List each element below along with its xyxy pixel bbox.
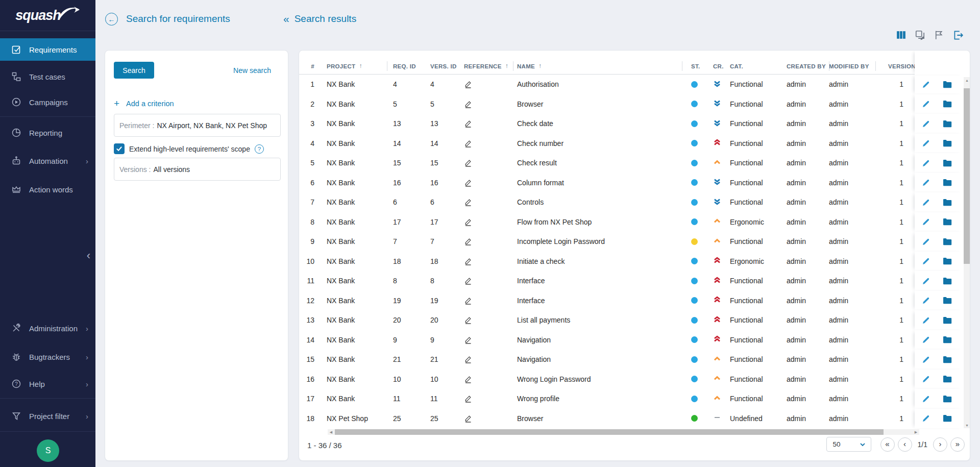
table-row[interactable]: 18 NX Pet Shop 25 25 Browser Undefined a…	[299, 409, 970, 429]
scroll-left-icon[interactable]: ◀	[328, 429, 334, 435]
col-header-num[interactable]: #	[299, 51, 323, 75]
table-row[interactable]: 1 NX Bank 4 4 Authorisation Functional a…	[299, 75, 970, 94]
edit-reference-icon[interactable]	[464, 159, 472, 167]
sidebar-item-requirements[interactable]: Requirements	[0, 38, 95, 61]
col-header-vers-id[interactable]: VERS. ID	[426, 51, 462, 75]
table-row[interactable]: 16 NX Bank 10 10 Wrong Login Password Fu…	[299, 370, 970, 389]
horizontal-scrollbar[interactable]: ◀ ▶	[328, 429, 919, 435]
table-row[interactable]: 11 NX Bank 8 8 Interface Functional admi…	[299, 271, 970, 291]
open-folder-button[interactable]	[943, 395, 952, 403]
table-row[interactable]: 13 NX Bank 20 20 List all payments Funct…	[299, 310, 970, 330]
page-size-select[interactable]: 50	[826, 437, 871, 452]
col-header-criticality[interactable]: CR.	[713, 51, 730, 75]
first-page-button[interactable]: «	[880, 437, 895, 452]
table-row[interactable]: 15 NX Bank 21 21 Navigation Functional a…	[299, 350, 970, 370]
open-folder-button[interactable]	[943, 316, 952, 324]
add-criterion-button[interactable]: + Add a criterion	[114, 99, 280, 108]
edit-row-button[interactable]	[922, 100, 930, 108]
table-row[interactable]: 8 NX Bank 17 17 Flow from NX Pet Shop Er…	[299, 212, 970, 232]
table-row[interactable]: 14 NX Bank 9 9 Navigation Functional adm…	[299, 330, 970, 350]
vertical-scrollbar-thumb[interactable]	[964, 88, 970, 264]
edit-row-button[interactable]	[922, 296, 930, 305]
col-header-name[interactable]: NAME↑	[513, 51, 682, 75]
table-row[interactable]: 6 NX Bank 16 16 Column format Functional…	[299, 173, 970, 193]
open-folder-button[interactable]	[943, 100, 952, 108]
sidebar-item-automation[interactable]: Automation ›	[0, 150, 95, 172]
open-folder-button[interactable]	[943, 238, 952, 245]
edit-reference-icon[interactable]	[464, 198, 472, 206]
table-row[interactable]: 12 NX Bank 19 19 Interface Functional ad…	[299, 291, 970, 311]
edit-reference-icon[interactable]	[464, 316, 472, 324]
sidebar-item-action-words[interactable]: Action words	[0, 178, 95, 201]
edit-reference-icon[interactable]	[464, 218, 472, 226]
open-folder-button[interactable]	[943, 375, 952, 383]
open-folder-button[interactable]	[943, 179, 952, 186]
edit-row-button[interactable]	[922, 375, 930, 383]
open-folder-button[interactable]	[943, 139, 952, 147]
open-folder-button[interactable]	[943, 81, 952, 88]
mass-edit-button[interactable]	[914, 29, 926, 41]
table-row[interactable]: 7 NX Bank 6 6 Controls Functional admin …	[299, 192, 970, 212]
edit-reference-icon[interactable]	[464, 119, 472, 128]
sidebar-item-test-cases[interactable]: Test cases	[0, 65, 95, 88]
table-row[interactable]: 9 NX Bank 7 7 Incomplete Login Password …	[299, 232, 970, 252]
open-folder-button[interactable]	[943, 199, 952, 206]
edit-row-button[interactable]	[922, 414, 930, 423]
new-search-link[interactable]: New search	[233, 66, 271, 75]
edit-reference-icon[interactable]	[464, 80, 472, 88]
table-row[interactable]: 5 NX Bank 15 15 Check result Functional …	[299, 153, 970, 173]
edit-row-button[interactable]	[922, 257, 930, 265]
col-header-status[interactable]: ST.	[682, 51, 713, 75]
open-folder-button[interactable]	[943, 218, 952, 226]
perimeter-field[interactable]: Perimeter : NX Airport, NX Bank, NX Pet …	[114, 114, 281, 137]
back-button[interactable]: ←	[105, 13, 118, 26]
scroll-up-icon[interactable]: ▲	[964, 77, 970, 83]
col-header-category[interactable]: CAT.	[730, 51, 787, 75]
edit-reference-icon[interactable]	[464, 100, 472, 108]
table-row[interactable]: 17 NX Bank 11 11 Wrong profile Functiona…	[299, 389, 970, 409]
sidebar-item-project-filter[interactable]: Project filter ›	[0, 405, 95, 427]
col-header-project[interactable]: PROJECT↑	[323, 51, 387, 75]
scroll-right-icon[interactable]: ▶	[913, 429, 919, 435]
col-header-modified-by[interactable]: MODIFIED BY	[829, 51, 875, 75]
edit-reference-icon[interactable]	[464, 277, 472, 285]
user-avatar[interactable]: S	[37, 439, 59, 462]
search-button[interactable]: Search	[114, 62, 154, 79]
sidebar-item-administration[interactable]: Administration ›	[0, 317, 95, 339]
open-folder-button[interactable]	[943, 356, 952, 363]
edit-reference-icon[interactable]	[464, 179, 472, 187]
col-header-reference[interactable]: REFERENCE↑	[462, 51, 513, 75]
edit-row-button[interactable]	[922, 139, 930, 148]
table-row[interactable]: 3 NX Bank 13 13 Check date Functional ad…	[299, 114, 970, 134]
export-button[interactable]	[952, 29, 964, 41]
edit-row-button[interactable]	[922, 198, 930, 207]
table-row[interactable]: 4 NX Bank 14 14 Check number Functional …	[299, 134, 970, 154]
sidebar-item-bugtrackers[interactable]: Bugtrackers ›	[0, 346, 95, 368]
table-row[interactable]: 10 NX Bank 18 18 Initiate a check Ergono…	[299, 252, 970, 272]
edit-row-button[interactable]	[922, 80, 930, 89]
open-folder-button[interactable]	[943, 257, 952, 265]
edit-row-button[interactable]	[922, 119, 930, 128]
open-folder-button[interactable]	[943, 297, 952, 304]
open-folder-button[interactable]	[943, 277, 952, 285]
sidebar-item-campaigns[interactable]: Campaigns	[0, 91, 95, 113]
edit-reference-icon[interactable]	[464, 257, 472, 265]
col-header-created-by[interactable]: CREATED BY	[787, 51, 829, 75]
table-row[interactable]: 2 NX Bank 5 5 Browser Functional admin a…	[299, 94, 970, 114]
vertical-scrollbar[interactable]: ▲ ▼	[964, 77, 970, 428]
configure-columns-button[interactable]	[895, 29, 907, 41]
sidebar-collapse-icon[interactable]: ‹	[87, 250, 90, 261]
edit-row-button[interactable]	[922, 159, 930, 167]
open-folder-button[interactable]	[943, 159, 952, 167]
prev-page-button[interactable]: ‹	[898, 437, 912, 452]
edit-reference-icon[interactable]	[464, 375, 472, 383]
help-question-icon[interactable]: ?	[255, 144, 264, 154]
edit-reference-icon[interactable]	[464, 297, 472, 305]
edit-reference-icon[interactable]	[464, 395, 472, 403]
col-header-req-id[interactable]: REQ. ID	[387, 51, 426, 75]
extend-scope-checkbox[interactable]	[114, 143, 125, 154]
edit-row-button[interactable]	[922, 316, 930, 325]
flag-button[interactable]	[933, 29, 945, 41]
edit-row-button[interactable]	[922, 355, 930, 364]
edit-row-button[interactable]	[922, 395, 930, 403]
